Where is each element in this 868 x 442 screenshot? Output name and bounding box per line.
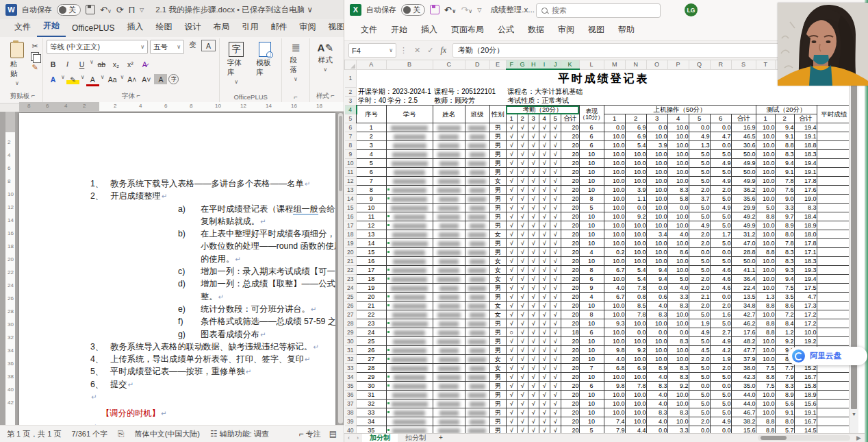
word-page[interactable]: 1、教务系统下载导入表格——多讲台多个表格——名单↵2、开启成绩整理↵a)在平时… bbox=[19, 113, 335, 425]
column-header-M[interactable]: M bbox=[604, 60, 625, 69]
row-header[interactable]: 29 bbox=[345, 328, 357, 337]
subheader[interactable]: 2 bbox=[517, 114, 528, 123]
excel-tab-页面布局[interactable]: 页面布局 bbox=[444, 21, 491, 39]
student-row[interactable]: 3328女√√√√√2076.86.98.98.35.02.038.07.57.… bbox=[345, 364, 852, 373]
student-row[interactable]: 2823男√√√√√20109.310.010.010.01.95.046.28… bbox=[345, 319, 852, 328]
student-row[interactable]: 1510男√√√√√20510.00.010.00.05.04.929.95.0… bbox=[345, 204, 852, 212]
column-header-I[interactable]: I bbox=[539, 60, 550, 69]
subheader[interactable]: 合计 bbox=[561, 114, 579, 123]
template-library-button[interactable]: 模板库 bbox=[252, 40, 278, 79]
row-header[interactable]: 19 bbox=[345, 239, 357, 248]
paragraph-button[interactable]: ≣ 段落 ∨ bbox=[285, 40, 305, 84]
column-header-O[interactable]: O bbox=[646, 60, 667, 69]
focus-mode-button[interactable]: ⌐ 专注 bbox=[299, 429, 321, 439]
row-header[interactable]: 16 bbox=[345, 212, 357, 221]
row-header[interactable]: 11 bbox=[345, 168, 357, 177]
student-row[interactable]: 61男√√√√√2060.06.90.010.00.00.016.910.09.… bbox=[345, 123, 852, 132]
teacher-cell[interactable]: 教师：顾玲芳 bbox=[433, 96, 506, 106]
row-header[interactable]: 22 bbox=[345, 266, 357, 275]
font-name-select[interactable]: 等线 (中文正文)∨ bbox=[47, 40, 148, 54]
row-header[interactable]: 1 bbox=[345, 69, 357, 87]
student-row[interactable]: 3429男√√√√√201010.010.04.08.35.05.042.38.… bbox=[345, 373, 852, 382]
row-header[interactable]: 8 bbox=[345, 141, 357, 150]
student-row[interactable]: 3934男√√√√√20107.410.04.010.02.04.938.28.… bbox=[345, 417, 852, 426]
word-document-title[interactable]: 2.1 我的操作步骤.docx • 已保存到这台电脑 ∨ bbox=[155, 5, 313, 15]
subheader[interactable]: 2 bbox=[775, 114, 794, 123]
word-tab-引用[interactable]: 引用 bbox=[235, 18, 264, 37]
strikethrough-button[interactable]: ab bbox=[95, 59, 108, 69]
row-header[interactable]: 23 bbox=[345, 275, 357, 284]
word-count[interactable]: 7/361 个字 bbox=[71, 429, 107, 439]
excel-horizontal-scrollbar[interactable]: ▶ bbox=[755, 434, 865, 442]
subheader[interactable]: 5 bbox=[550, 114, 561, 123]
header-seq[interactable]: 序号 bbox=[357, 106, 387, 123]
row-header[interactable]: 5 bbox=[345, 114, 357, 123]
word-tab-设计[interactable]: 设计 bbox=[178, 18, 207, 37]
quick-access-customize-icon[interactable]: ▽ bbox=[140, 7, 144, 13]
header-ops[interactable]: 上机操作（50分） bbox=[604, 106, 756, 114]
student-row[interactable]: 2722女√√√√√20810.07.88.310.05.01.642.710.… bbox=[345, 310, 852, 319]
row-header[interactable]: 28 bbox=[345, 319, 357, 328]
student-row[interactable]: 3833男√√√√√201010.010.08.38.35.05.046.710… bbox=[345, 408, 852, 417]
redo-icon[interactable]: ↷∨ bbox=[461, 5, 472, 14]
student-row[interactable]: 2217女√√√√√2086.75.49.410.05.04.641.110.0… bbox=[345, 266, 852, 275]
cancel-icon[interactable]: ✕ bbox=[411, 46, 424, 55]
student-row[interactable]: 2116女√√√√√201010.010.010.010.05.05.050.0… bbox=[345, 257, 852, 266]
enclose-characters-icon[interactable]: 字 bbox=[168, 74, 179, 84]
selected-cell-attendance-header[interactable]: 考勤（20分） bbox=[506, 106, 579, 114]
excel-tab-文件[interactable]: 文件 bbox=[354, 21, 384, 39]
student-row[interactable]: 3631男√√√√√201010.010.04.010.05.05.044.01… bbox=[345, 391, 852, 400]
row-header[interactable]: 24 bbox=[345, 284, 357, 293]
enter-icon[interactable]: ✓ bbox=[424, 46, 437, 55]
student-row[interactable]: 2318女√√√√√20610.05.49.45.02.04.636.410.0… bbox=[345, 275, 852, 284]
add-sheet-button[interactable]: + bbox=[433, 434, 448, 442]
clear-format-icon[interactable]: A̷ bbox=[138, 59, 151, 69]
row-header[interactable]: 17 bbox=[345, 221, 357, 230]
student-row[interactable]: 3025男√√√√√201010.010.010.08.35.04.948.21… bbox=[345, 337, 852, 346]
course-no-cell[interactable]: 课程号：205122101 bbox=[433, 87, 506, 96]
student-row[interactable]: 105男√√√√√201010.010.010.010.05.04.949.91… bbox=[345, 159, 852, 168]
row-header[interactable]: 27 bbox=[345, 310, 357, 319]
row-header[interactable]: 35 bbox=[345, 382, 357, 391]
row-header[interactable]: 26 bbox=[345, 302, 357, 310]
column-header-S[interactable]: S bbox=[731, 60, 756, 69]
course-name-cell[interactable]: 课程名：大学计算机基础 bbox=[506, 87, 851, 96]
column-header-F[interactable]: F bbox=[506, 60, 517, 69]
subscript-button[interactable]: x₂ bbox=[110, 59, 123, 69]
column-header-P[interactable]: P bbox=[667, 60, 689, 69]
student-row[interactable]: 2924男○√√√√18610.00.00.00.04.92.717.68.81… bbox=[345, 328, 852, 337]
column-header-C[interactable]: C bbox=[433, 60, 465, 69]
column-header-E[interactable]: E bbox=[489, 60, 506, 69]
subheader[interactable]: 4 bbox=[667, 114, 689, 123]
save-icon[interactable] bbox=[430, 5, 439, 14]
sheet-tab-加分制[interactable]: 加分制 bbox=[362, 434, 398, 442]
column-header-L[interactable]: L bbox=[579, 60, 604, 69]
row-header[interactable]: 38 bbox=[345, 408, 357, 417]
equation-icon[interactable]: Π bbox=[129, 5, 135, 14]
row-header[interactable]: 6 bbox=[345, 123, 357, 132]
term-cell[interactable]: 开课学期：2023-2024-1 bbox=[357, 87, 433, 96]
sheet-nav-left-icon[interactable]: ‹ bbox=[344, 434, 353, 442]
excel-tab-插入[interactable]: 插入 bbox=[414, 21, 444, 39]
subheader[interactable]: 1 bbox=[756, 114, 775, 123]
header-test[interactable]: 测试（20分） bbox=[756, 106, 817, 114]
row-header[interactable]: 21 bbox=[345, 257, 357, 266]
excel-workbook-title[interactable]: 成绩整理.x... ∨ bbox=[490, 5, 542, 15]
header-name[interactable]: 姓名 bbox=[433, 106, 465, 123]
row-header[interactable]: 30 bbox=[345, 337, 357, 346]
font-size-select[interactable]: 五号∨ bbox=[150, 40, 184, 54]
column-header-D[interactable]: D bbox=[465, 60, 489, 69]
student-row[interactable]: 94男√√√√√201010.010.010.010.05.05.050.010… bbox=[345, 150, 852, 159]
subheader[interactable]: 2 bbox=[625, 114, 646, 123]
column-header-R[interactable]: R bbox=[710, 60, 731, 69]
student-row[interactable]: 1813女√√√√√201010.010.03.44.02.01.731.210… bbox=[345, 230, 852, 239]
word-tab-审阅[interactable]: 审阅 bbox=[293, 18, 322, 37]
search-input[interactable]: 搜索 bbox=[536, 3, 661, 18]
name-box[interactable]: F4∨ bbox=[348, 43, 396, 58]
character-border-icon[interactable]: A bbox=[201, 40, 216, 51]
sheet-tab-扣分制[interactable]: 扣分制 bbox=[398, 434, 433, 442]
vertical-ruler[interactable]: 24681012141618202224262830323436384042 bbox=[5, 112, 15, 425]
font-color-icon[interactable]: A bbox=[86, 74, 99, 86]
student-row[interactable]: 127女√√√√√201010.010.010.010.05.04.949.91… bbox=[345, 177, 852, 186]
undo-icon[interactable]: ↶∨ bbox=[444, 5, 456, 14]
